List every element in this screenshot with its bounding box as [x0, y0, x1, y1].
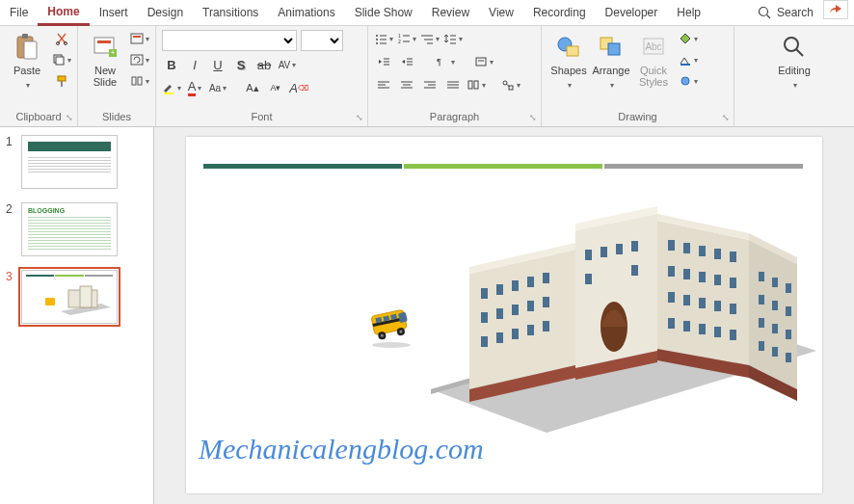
clear-formatting-button[interactable]: A⌫ [289, 78, 308, 97]
group-clipboard: Paste Clipboard⤡ [0, 26, 78, 126]
slide-thumb-2[interactable]: BLOGGING [21, 202, 118, 256]
paragraph-launcher[interactable]: ⤡ [529, 113, 537, 122]
search-label: Search [777, 6, 814, 19]
increase-indent-button[interactable] [397, 53, 416, 70]
strikethrough-button[interactable]: ab [254, 55, 274, 74]
svg-rect-120 [631, 241, 638, 252]
underline-button[interactable]: U [208, 55, 227, 74]
svg-point-0 [759, 8, 767, 16]
tab-transitions[interactable]: Transitions [193, 0, 268, 25]
svg-rect-148 [786, 306, 791, 316]
svg-point-21 [376, 35, 378, 37]
svg-rect-123 [668, 240, 675, 251]
reset-button[interactable] [130, 51, 149, 68]
bold-button[interactable]: B [162, 55, 181, 74]
align-left-button[interactable] [374, 76, 393, 93]
highlight-button[interactable] [162, 78, 181, 97]
shape-fill-button[interactable] [679, 30, 698, 47]
drawing-launcher[interactable]: ⤡ [722, 113, 730, 122]
find-icon [779, 32, 810, 63]
format-painter-button[interactable] [52, 72, 71, 90]
font-color-button[interactable]: A [185, 78, 204, 97]
text-direction-button[interactable]: ¶ [436, 53, 455, 70]
group-editing: Editing [734, 26, 854, 126]
svg-rect-136 [714, 301, 721, 311]
increase-font-button[interactable]: A▴ [243, 78, 262, 97]
slide-thumb-3[interactable] [21, 270, 118, 324]
columns-button[interactable] [467, 76, 486, 93]
clipboard-group-label: Clipboard⤡ [0, 109, 77, 126]
tab-design[interactable]: Design [138, 0, 193, 25]
svg-rect-134 [683, 295, 690, 305]
svg-rect-137 [730, 304, 736, 314]
shapes-button[interactable]: Shapes [547, 30, 590, 90]
slide-thumb-1[interactable] [21, 135, 118, 189]
school-building-object[interactable] [431, 197, 816, 447]
svg-rect-111 [543, 297, 549, 307]
list-level-button[interactable] [420, 30, 440, 47]
line-spacing-button[interactable] [443, 30, 463, 47]
search-box[interactable]: Search [748, 0, 823, 25]
canvas-area[interactable]: Mechanicalengblog.com [154, 127, 854, 504]
bullets-button[interactable] [374, 30, 393, 47]
search-icon [758, 6, 771, 19]
tab-review[interactable]: Review [422, 0, 479, 25]
tab-slideshow[interactable]: Slide Show [345, 0, 422, 25]
font-family-select[interactable] [162, 30, 297, 51]
svg-rect-133 [668, 292, 675, 303]
italic-button[interactable]: I [185, 55, 204, 74]
align-text-button[interactable] [474, 53, 494, 70]
slide-panel[interactable]: 1 2 BLOGGING 3 [0, 127, 154, 504]
svg-rect-130 [699, 272, 706, 282]
share-button[interactable] [823, 0, 848, 19]
svg-rect-152 [759, 341, 764, 351]
font-size-select[interactable] [301, 30, 343, 51]
paste-dropdown[interactable] [24, 78, 30, 90]
tab-help[interactable]: Help [667, 0, 710, 25]
numbering-button[interactable]: 12 [397, 30, 416, 47]
svg-point-23 [376, 42, 378, 44]
decrease-font-button[interactable]: A▾ [266, 78, 285, 97]
smartart-button[interactable] [501, 76, 520, 93]
layout-button[interactable] [130, 30, 149, 47]
school-bus-object[interactable] [363, 299, 419, 349]
section-button[interactable] [130, 72, 149, 90]
align-center-button[interactable] [397, 76, 416, 93]
svg-rect-144 [772, 278, 778, 287]
tab-home[interactable]: Home [38, 0, 89, 26]
tab-view[interactable]: View [479, 0, 523, 25]
drawing-group-label: Drawing [618, 111, 656, 122]
copy-button[interactable] [52, 51, 71, 68]
svg-rect-139 [683, 321, 690, 332]
shape-outline-button[interactable] [679, 51, 698, 68]
tab-insert[interactable]: Insert [90, 0, 138, 25]
svg-rect-105 [527, 277, 534, 287]
tab-animations[interactable]: Animations [268, 0, 344, 25]
watermark-text: Mechanicalengblog.com [199, 433, 484, 465]
svg-rect-143 [759, 272, 764, 281]
font-launcher[interactable]: ⤡ [356, 113, 363, 122]
new-slide-button[interactable]: + New Slide [84, 30, 126, 88]
clipboard-launcher[interactable]: ⤡ [66, 113, 73, 122]
char-spacing-button[interactable]: AV [278, 55, 297, 74]
svg-text:Abc: Abc [645, 41, 661, 52]
align-right-button[interactable] [420, 76, 440, 93]
paste-button[interactable]: Paste [6, 30, 48, 90]
cut-button[interactable] [52, 30, 71, 47]
tab-developer[interactable]: Developer [596, 0, 668, 25]
shape-effects-button[interactable] [679, 72, 698, 90]
shadow-button[interactable]: S [231, 55, 251, 74]
decrease-indent-button[interactable] [374, 53, 393, 70]
quick-styles-button[interactable]: Abc Quick Styles [632, 30, 675, 88]
tab-recording[interactable]: Recording [523, 0, 596, 25]
quick-styles-label: Quick Styles [639, 65, 668, 88]
arrange-button[interactable]: Arrange [590, 30, 632, 90]
svg-rect-141 [714, 327, 721, 337]
justify-button[interactable] [443, 76, 463, 93]
editing-button[interactable]: Editing [773, 30, 815, 90]
svg-rect-114 [512, 329, 519, 339]
svg-rect-124 [683, 243, 690, 253]
change-case-button[interactable]: Aa [208, 78, 227, 97]
svg-text:¶: ¶ [437, 57, 441, 66]
tab-file[interactable]: File [0, 0, 38, 25]
